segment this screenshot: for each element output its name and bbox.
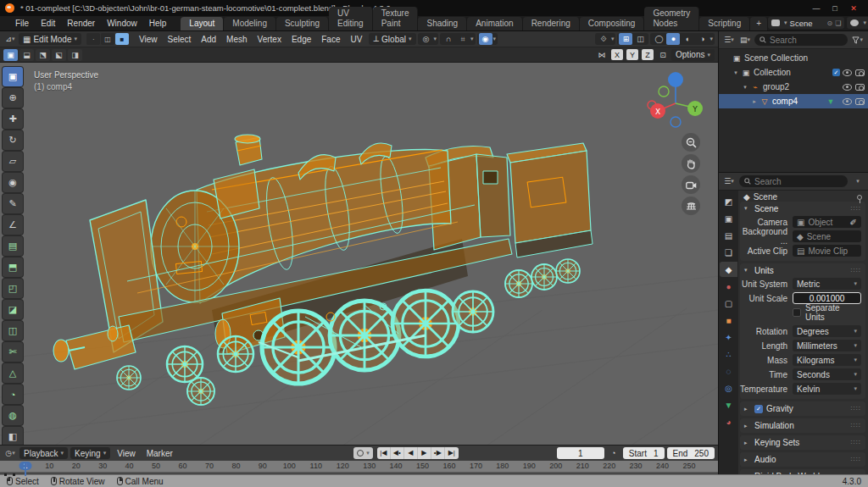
timeline-editor-type-button[interactable]: ◷▾ — [3, 447, 17, 459]
camera-view-button[interactable] — [682, 175, 700, 194]
field-unit-scale[interactable]: 0.001000 — [793, 292, 861, 304]
workspace-tab-uv-editing[interactable]: UV Editing — [329, 7, 373, 30]
tool-extrude-region[interactable]: ⬒ — [3, 257, 23, 277]
viewport-menu-edge[interactable]: Edge — [287, 35, 316, 44]
tool-inset-faces[interactable]: ◰ — [3, 279, 23, 298]
select-extend-button[interactable]: ⬓ — [19, 49, 34, 61]
main-menu-file[interactable]: File — [9, 16, 35, 30]
mirror-x-button[interactable]: X — [611, 49, 623, 60]
properties-tab-object[interactable]: ■ — [720, 313, 737, 328]
playhead[interactable] — [25, 462, 26, 476]
mirror-y-button[interactable]: Y — [626, 49, 638, 60]
units-panel-header[interactable]: ▾Units∷∷ — [740, 263, 865, 277]
collection-checkbox[interactable]: ✓ — [832, 69, 840, 76]
tool-annotate[interactable]: ✎ — [3, 194, 23, 213]
properties-tab-tool[interactable]: ◩ — [720, 194, 737, 209]
gizmo-toggle[interactable]: ⟐▾ — [595, 33, 616, 45]
viewport-menu-vertex[interactable]: Vertex — [253, 35, 287, 44]
workspace-tab-compositing[interactable]: Compositing — [580, 17, 645, 30]
disable-render-icon[interactable] — [855, 84, 865, 91]
tool-move[interactable]: ✚ — [3, 109, 23, 129]
workspace-tab-shading[interactable]: Shading — [418, 17, 467, 30]
wireframe-shading-button[interactable]: ◯ — [652, 33, 665, 45]
edge-select-button[interactable]: ◫ — [101, 33, 114, 45]
outliner-editor-type-button[interactable]: ▤▾ — [738, 34, 752, 46]
current-frame-field[interactable]: 1 — [557, 447, 604, 459]
pin-icon[interactable]: ⊙ — [827, 19, 833, 27]
auto-keying-button[interactable]: ▾ — [353, 447, 373, 459]
properties-tab-render[interactable]: ▣ — [720, 211, 737, 226]
panel-gravity[interactable]: ▸✓Gravity∷∷ — [740, 401, 865, 416]
workspace-tab-animation[interactable]: Animation — [467, 17, 522, 30]
workspace-tab-modeling[interactable]: Modeling — [224, 17, 276, 30]
viewlayer-selector[interactable]: ▾ ViewLayer ❏ — [847, 17, 868, 29]
pin-icon[interactable] — [857, 195, 862, 200]
frame-start-field[interactable]: Start1 — [623, 447, 665, 459]
play-button[interactable]: ▶ — [418, 447, 431, 459]
options-dropdown[interactable]: Options▾ — [671, 49, 715, 61]
workspace-tab-texture-paint[interactable]: Texture Paint — [373, 7, 419, 30]
panel-keying-sets[interactable]: ▸Keying Sets∷∷ — [740, 435, 865, 450]
overlays-toggle[interactable]: ⊞◫ — [617, 33, 648, 45]
timeline-scrub-area[interactable] — [0, 472, 718, 474]
playback-dropdown[interactable]: Playback▾ — [19, 447, 68, 459]
tool-spin[interactable]: ◔ — [3, 385, 23, 404]
outliner-search-input[interactable]: Search — [754, 34, 848, 46]
workspace-tab-sculpting[interactable]: Sculpting — [276, 17, 329, 30]
disable-render-icon[interactable] — [855, 98, 865, 105]
filter-icon[interactable]: ▾ — [850, 34, 865, 46]
properties-search-input[interactable]: Search — [739, 175, 848, 187]
close-button[interactable]: ✕ — [844, 2, 863, 14]
hide-eye-icon[interactable] — [843, 69, 852, 76]
properties-tab-material[interactable]: ◕ — [720, 414, 737, 429]
viewport-menu-view[interactable]: View — [134, 35, 163, 44]
solid-shading-button[interactable]: ● — [666, 33, 680, 45]
tool-bevel[interactable]: ◪ — [3, 300, 23, 319]
jump-to-start-button[interactable]: |◀ — [377, 447, 391, 459]
viewport-menu-add[interactable]: Add — [196, 35, 221, 44]
keying-dropdown[interactable]: Keying▾ — [70, 447, 110, 459]
scene-panel-header[interactable]: ▾Scene∷∷ — [740, 202, 865, 215]
outliner-row-Collection[interactable]: ▾▣Collection✓ — [719, 65, 868, 80]
field-temperature[interactable]: Kelvin▾ — [793, 383, 861, 395]
outliner-row-comp4[interactable]: ▸▽comp4▼ — [719, 94, 868, 108]
rendered-shading-button[interactable]: ◑ — [695, 33, 709, 45]
field-mass[interactable]: Kilograms▾ — [793, 354, 861, 366]
properties-options-button[interactable]: ▾ — [851, 175, 865, 187]
transform-orientation-dropdown[interactable]: ⟂ Global ▾ — [369, 33, 415, 45]
snap-falloff-icon[interactable]: ⊡ — [656, 49, 670, 61]
zoom-view-button[interactable] — [682, 133, 700, 152]
checkbox-gravity[interactable]: ✓ — [754, 405, 763, 413]
face-select-button[interactable]: ■ — [115, 33, 129, 45]
viewport-menu-select[interactable]: Select — [163, 35, 197, 44]
properties-tab-output[interactable]: ▤ — [720, 228, 737, 243]
tool-edge-slide[interactable]: ◧ — [3, 427, 23, 445]
timeline-ruler[interactable]: 1102030405060708090100110120130140150160… — [0, 461, 718, 472]
properties-tab-view-layer[interactable]: ❏ — [720, 245, 737, 260]
add-workspace-button[interactable]: + — [750, 17, 768, 30]
eyedropper-icon[interactable]: ✐ — [850, 218, 857, 227]
editor-type-button[interactable]: ⊿▾ — [3, 33, 17, 45]
play-reverse-button[interactable]: ◀ — [404, 447, 418, 459]
mode-dropdown[interactable]: ▦ Edit Mode ▾ — [19, 33, 81, 45]
viewport-menu-mesh[interactable]: Mesh — [221, 35, 252, 44]
workspace-tab-scripting[interactable]: Scripting — [699, 17, 750, 30]
select-difference-button[interactable]: ⬕ — [52, 49, 66, 61]
outliner-row-Scene Collection[interactable]: ▣Scene Collection — [719, 51, 868, 65]
mirror-z-button[interactable]: Z — [642, 49, 654, 60]
panel-simulation[interactable]: ▸Simulation∷∷ — [740, 418, 865, 433]
prev-keyframe-button[interactable]: ◀• — [391, 447, 404, 459]
proportional-edit-dropdown[interactable]: ◉▾ — [477, 33, 498, 45]
maximize-button[interactable]: □ — [826, 2, 844, 14]
toggle-perspective-button[interactable] — [682, 196, 700, 215]
properties-tab-object-data[interactable]: ▼ — [720, 397, 737, 412]
tool-add-cube[interactable]: ▤ — [3, 236, 23, 256]
workspace-tab-layout[interactable]: Layout — [181, 17, 224, 30]
tool-knife[interactable]: ✄ — [3, 342, 23, 362]
field-active-clip[interactable]: ▤Movie Clip — [793, 245, 861, 257]
panel-audio[interactable]: ▸Audio∷∷ — [740, 452, 865, 467]
stopwatch-icon[interactable]: ◔ — [607, 447, 620, 459]
hide-eye-icon[interactable] — [843, 84, 852, 91]
outliner-display-mode-button[interactable]: ☰▾ — [722, 34, 736, 46]
outliner-row-group2[interactable]: ▾⌁group2 — [719, 80, 868, 94]
